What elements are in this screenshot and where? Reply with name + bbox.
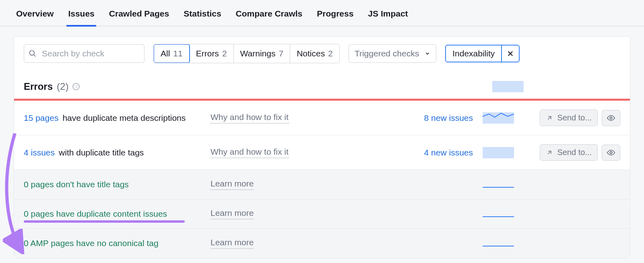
issue-row: 15 pages have duplicate meta description… (14, 101, 630, 135)
search-icon (29, 50, 37, 58)
sparkline (483, 112, 514, 124)
sparkline (483, 208, 514, 220)
zero-issue-row: 0 pages don't have title tags Learn more (14, 170, 630, 199)
filter-chip-indexability[interactable]: Indexability (445, 45, 520, 62)
filter-label: Warnings (240, 49, 276, 58)
filter-errors[interactable]: Errors 2 (190, 44, 234, 63)
section-count: (2) (57, 81, 68, 92)
issue-text: 0 AMP pages have no canonical tag (24, 238, 201, 248)
filter-count: 2 (328, 49, 333, 58)
search-input[interactable] (24, 44, 144, 63)
filter-count: 2 (222, 49, 227, 58)
filter-label: Errors (196, 49, 219, 58)
share-arrow-icon (546, 114, 553, 122)
eye-icon (607, 148, 615, 157)
zero-issue-text: 0 pages have duplicate content issues (24, 209, 167, 219)
filter-label: All (161, 49, 170, 58)
triggered-checks-dropdown[interactable]: Triggered checks (349, 44, 436, 63)
row-controls: Send to... (524, 110, 620, 126)
zero-issue-row: 0 AMP pages have no canonical tag Learn … (14, 229, 630, 258)
issue-description: have duplicate meta descriptions (62, 113, 186, 123)
filter-warnings[interactable]: Warnings 7 (234, 44, 291, 63)
section-title: Errors (24, 81, 53, 92)
issues-card: All 11 Errors 2 Warnings 7 Notices 2 Tri… (14, 36, 630, 258)
eye-icon (607, 114, 615, 122)
svg-point-5 (610, 151, 612, 154)
issue-count-link[interactable]: 15 pages (24, 113, 58, 123)
new-issues-link[interactable]: 8 new issues (424, 113, 473, 123)
learn-more-link[interactable]: Learn more (211, 238, 254, 249)
issue-row: 4 issues with duplicate title tags Why a… (14, 135, 630, 170)
dropdown-label: Triggered checks (355, 49, 419, 58)
why-and-how-link[interactable]: Why and how to fix it (211, 147, 289, 158)
row-controls: Send to... (524, 144, 620, 161)
tab-statistics[interactable]: Statistics (182, 4, 223, 26)
new-issues-link[interactable]: 4 new issues (424, 148, 473, 157)
issue-count-link[interactable]: 4 issues (24, 148, 55, 157)
tab-progress[interactable]: Progress (315, 4, 355, 26)
section-header: Errors (2) i (14, 66, 630, 99)
issue-text: 15 pages have duplicate meta description… (24, 113, 201, 123)
annotation-underline (24, 220, 185, 223)
preview-button[interactable] (602, 110, 620, 126)
svg-point-0 (30, 51, 35, 56)
sparkline (483, 238, 514, 249)
filter-count: 11 (173, 49, 182, 58)
chip-label: Indexability (446, 46, 501, 62)
why-and-how-link[interactable]: Why and how to fix it (211, 112, 289, 124)
filter-all[interactable]: All 11 (153, 44, 190, 63)
toolbar: All 11 Errors 2 Warnings 7 Notices 2 Tri… (14, 37, 630, 66)
sparkline (483, 147, 514, 158)
info-icon[interactable]: i (72, 83, 80, 90)
send-to-button[interactable]: Send to... (540, 144, 598, 161)
chevron-down-icon (425, 51, 430, 56)
tab-js-impact[interactable]: JS Impact (366, 4, 409, 26)
close-icon (507, 50, 514, 57)
filter-notices[interactable]: Notices 2 (290, 44, 339, 63)
issue-text: 0 pages don't have title tags (24, 180, 201, 189)
tab-overview[interactable]: Overview (14, 4, 55, 26)
tab-issues[interactable]: Issues (66, 4, 96, 26)
zero-issue-text: 0 AMP pages have no canonical tag (24, 238, 159, 248)
sparkline (483, 179, 514, 190)
filter-count: 7 (279, 49, 283, 58)
send-to-label: Send to... (557, 148, 592, 157)
chip-remove[interactable] (501, 46, 519, 62)
issue-text: 0 pages have duplicate content issues (24, 209, 201, 219)
category-filter-group: All 11 Errors 2 Warnings 7 Notices 2 (153, 44, 340, 63)
svg-point-4 (610, 117, 612, 119)
issue-text: 4 issues with duplicate title tags (24, 148, 201, 157)
svg-line-1 (34, 55, 36, 57)
send-to-button[interactable]: Send to... (540, 110, 598, 126)
zero-issue-row: 0 pages have duplicate content issues Le… (14, 199, 630, 229)
issue-description: with duplicate title tags (59, 148, 144, 157)
tab-crawled-pages[interactable]: Crawled Pages (107, 4, 171, 26)
learn-more-link[interactable]: Learn more (211, 208, 254, 220)
learn-more-link[interactable]: Learn more (211, 179, 254, 190)
top-tabs: Overview Issues Crawled Pages Statistics… (0, 0, 644, 27)
zero-issue-text: 0 pages don't have title tags (24, 180, 129, 189)
preview-button[interactable] (602, 145, 620, 161)
send-to-label: Send to... (557, 113, 592, 122)
tab-compare-crawls[interactable]: Compare Crawls (234, 4, 304, 26)
share-arrow-icon (546, 149, 553, 156)
filter-label: Notices (297, 49, 325, 58)
section-sparkline (492, 81, 524, 92)
search-wrap (24, 44, 144, 63)
